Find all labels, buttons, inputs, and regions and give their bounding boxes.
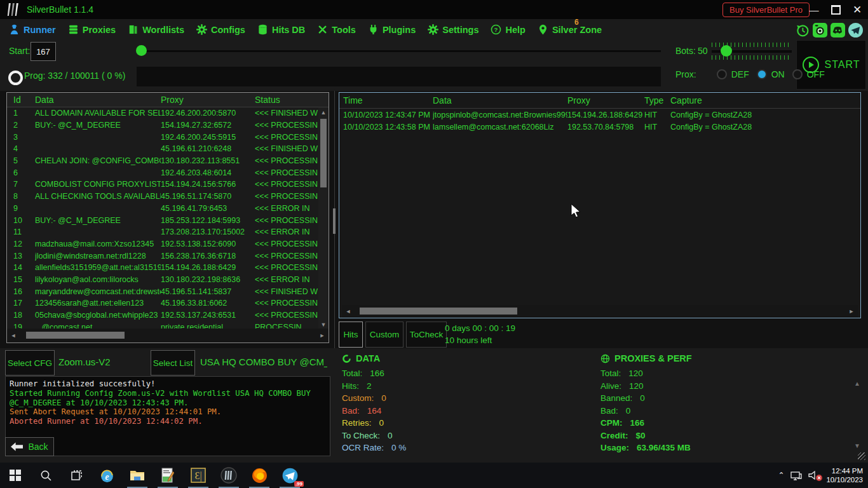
search-icon[interactable] [31,463,61,488]
start-menu-icon[interactable] [0,463,31,488]
menu-item-silver-zone[interactable]: Silver Zone6 [538,24,602,35]
table-row[interactable]: 6192.46.203.48:6014<<< PROCESSIN [7,166,318,179]
table-row[interactable]: 12madzhaua@mail.com:Xzso12345192.53.138.… [7,238,318,250]
clock[interactable]: 12:44 PM 10/10/2023 [826,466,863,484]
menu-item-tools[interactable]: Tools [317,24,356,35]
select-cfg-button[interactable]: Select CFG [5,350,55,376]
telegram-taskbar-icon[interactable]: .99 [275,463,305,488]
e-app-icon[interactable]: Ɛ| [183,463,214,488]
maximize-button[interactable] [825,0,846,19]
table-row[interactable]: 7COMBOLIST CONFIG PROXYLIST TO154.194.24… [7,179,318,191]
select-list-button[interactable]: Select List [151,350,195,376]
log-scroll-up-icon[interactable]: ▲ [854,380,860,387]
menu-item-plugins[interactable]: Plugins [368,24,416,35]
table-row[interactable]: 11173.208.213.170:15002<<< ERROR IN [7,226,318,238]
col-type: Type [644,95,670,105]
cell-status: <<< ERROR IN [255,227,318,236]
svg-text:?: ? [494,26,498,33]
cell-proxy: 192.53.137.243:6531 [161,311,255,320]
table-row[interactable]: 8ALL CHECKING TOOLS AVAILABLE F45.196.51… [7,191,318,203]
scroll-thumb[interactable] [360,308,517,315]
table-row[interactable]: 10/10/2023 12:43:47 PMjtopspinlob@comcas… [339,109,860,121]
runner-horizontal-scrollbar[interactable]: ◄ ► [7,329,329,342]
scroll-left-icon[interactable]: ◄ [8,330,18,341]
table-row[interactable]: 13jlodini@windstream.net:rdl1228156.238.… [7,250,318,262]
table-row[interactable]: 17123456sarah@att.net:ellen12345.196.33.… [7,297,318,309]
table-row[interactable]: 1805chava@sbcglobal.net:whipple23192.53.… [7,309,318,322]
table-row[interactable]: 14allenfields3151959@att.net:al31519154.… [7,262,318,274]
tab-custom[interactable]: Custom [365,322,403,348]
silverbullet-icon[interactable] [214,463,244,488]
camera-icon[interactable] [813,23,827,37]
minimize-button[interactable]: — [803,0,825,19]
back-button[interactable]: Back [5,437,54,456]
table-row[interactable]: 1ALL DOMAIN AVAILABLE FOR SELL192.46.200… [7,107,318,119]
tab-tocheck[interactable]: ToCheck [406,322,447,348]
menu-item-settings[interactable]: Settings [428,24,478,35]
internet-explorer-icon[interactable]: e [92,463,122,488]
col-capture: Capture [670,95,860,105]
scroll-thumb[interactable] [320,119,327,187]
start-button[interactable]: START [796,40,866,90]
splitter-grip[interactable] [333,208,336,234]
tab-hits[interactable]: Hits [339,322,363,348]
table-row[interactable]: 10BUY:- @C_M_DEGREE185.253.122.184:5993<… [7,214,318,226]
progress-slider-knob[interactable] [136,45,147,56]
menu-item-proxies[interactable]: Proxies [68,24,116,35]
table-row[interactable]: 10/10/2023 12:43:58 PMlamsellem@comcast.… [339,121,860,134]
bots-label: Bots: [675,46,696,56]
stat-label: Retries: [342,418,372,428]
buy-pro-button[interactable]: Buy SilverBullet Pro [722,3,810,17]
radio-selected-icon[interactable] [757,69,767,79]
runner-vertical-scrollbar[interactable]: ▲ ▼ [318,107,329,330]
log-scroll-down-icon[interactable]: ▼ [854,442,860,449]
cell-proxy: 192.46.200.200:5870 [161,109,255,118]
close-button[interactable]: ✕ [846,0,868,19]
start-input[interactable] [31,42,56,61]
menu-item-runner[interactable]: Runner [9,24,56,35]
cell-status: <<< ERROR IN [255,204,318,213]
hits-horizontal-scrollbar[interactable]: ◄ ► [342,305,858,318]
menu-item-wordlists[interactable]: Wordlists [128,24,184,35]
table-row[interactable]: 945.196.41.79:6453<<< ERROR IN [7,203,318,215]
table-row[interactable]: 3192.46.200.245:5915<<< PROCESSIN [7,131,318,143]
history-icon[interactable] [795,23,810,37]
prox-option-on[interactable]: ON [757,69,785,79]
gear-icon [428,24,438,35]
scroll-left-icon[interactable]: ◄ [343,306,353,316]
scroll-thumb[interactable] [26,332,125,339]
prox-option-off[interactable]: OFF [792,69,825,79]
editor-icon[interactable] [153,463,183,488]
prox-option-def[interactable]: DEF [717,69,749,79]
firefox-icon[interactable] [244,463,275,488]
menu-item-configs[interactable]: Configs [196,24,245,35]
table-row[interactable]: 445.196.61.210:6248<<< FINISHED W [7,143,318,155]
prox-option-label: ON [771,69,785,79]
resize-grip[interactable] [858,452,865,460]
task-view-icon[interactable] [61,463,92,488]
scroll-right-icon[interactable]: ► [846,306,857,316]
main-area: Id Data Proxy Status 1ALL DOMAIN AVAILAB… [0,91,868,348]
book-icon [128,24,139,35]
tray-chevron-icon[interactable]: ⌃ [778,471,784,480]
progress-slider-track[interactable] [137,50,661,52]
discord-icon[interactable] [831,23,845,37]
menu-item-help[interactable]: ?Help [491,24,525,35]
bots-slider-knob[interactable] [721,45,732,57]
scroll-up-icon[interactable]: ▲ [318,107,329,118]
volume-muted-icon[interactable] [808,470,820,480]
table-row[interactable]: 16maryanddrew@comcast.net:drewste45.196.… [7,285,318,297]
scroll-right-icon[interactable]: ► [317,330,327,341]
cell-id: 13 [7,252,35,261]
table-row[interactable]: 15lilykoloyan@aol.com:lilorocks130.180.2… [7,274,318,286]
file-explorer-icon[interactable] [122,463,153,488]
network-icon[interactable] [790,470,802,480]
radio-icon[interactable] [717,69,727,79]
table-row[interactable]: 5CHELAN JOIN: @CONFIG_COMBOL130.180.232.… [7,155,318,167]
radio-icon[interactable] [792,69,803,79]
table-row[interactable]: 2BUY:- @C_M_DEGREE154.194.27.32:6572<<< … [7,119,318,132]
cell-id: 10 [7,216,35,225]
telegram-icon[interactable] [848,23,863,37]
cell-id: 17 [7,299,35,308]
menu-item-hits-db[interactable]: Hits DB [257,24,305,35]
